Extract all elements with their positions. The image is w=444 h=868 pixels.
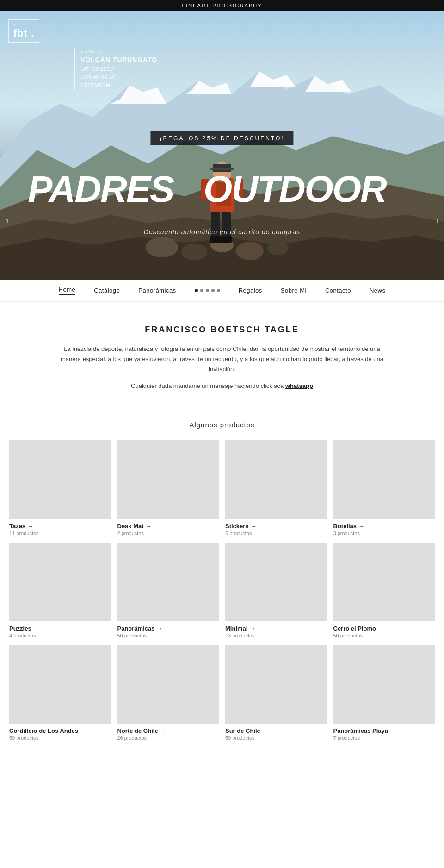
product-card-deskmat[interactable]: Desk Mat →2 productos (117, 440, 219, 536)
product-card-cerro[interactable]: Cerro el Plomo →50 productos (333, 543, 435, 638)
hero-subtitle: Descuento automático en el carrito de co… (0, 228, 444, 236)
location-elevation: 6.570 MSNM (80, 81, 157, 90)
svg-point-10 (146, 237, 178, 257)
products-grid: Tazas →11 productosDesk Mat →2 productos… (9, 440, 435, 741)
nav-dot-4 (211, 289, 215, 292)
hero-section: s fbt . CUMBRE VOLCÁN TUPUNGATO LAT -33°… (0, 11, 444, 280)
product-card-stickers[interactable]: Stickers →6 productos (225, 440, 327, 536)
slide-counter-right: 1 (436, 219, 438, 224)
product-image-sur (225, 645, 327, 724)
location-name: VOLCÁN TUPUNGATO (80, 55, 157, 65)
product-count-sur: 50 productos (225, 735, 327, 741)
nav-dot-2 (200, 289, 204, 292)
location-info: CUMBRE VOLCÁN TUPUNGATO LAT -33°21'31" L… (74, 48, 157, 90)
product-count-minimal: 13 productos (225, 633, 327, 638)
svg-point-14 (267, 241, 288, 255)
svg-rect-21 (210, 236, 221, 243)
product-card-botellas[interactable]: Botellas →3 productos (333, 440, 435, 536)
product-count-tazas: 11 productos (9, 531, 111, 536)
nav-dot-3 (206, 289, 209, 292)
nav-item-panoramicas[interactable]: Panorámicas (138, 287, 176, 294)
product-card-sur[interactable]: Sur de Chile →50 productos (225, 645, 327, 741)
logo-top: s (13, 23, 34, 27)
nav-dot-1 (195, 289, 198, 292)
product-image-cordillera (9, 645, 111, 724)
products-section: Algunos productos Tazas →11 productosDes… (0, 412, 444, 759)
top-bar-label: FINEART PHOTOGRAPHY (182, 3, 262, 8)
product-image-deskmat (117, 440, 219, 519)
nav-item-contacto[interactable]: Contacto (325, 287, 351, 294)
svg-rect-22 (221, 236, 232, 243)
nav-dots (195, 289, 220, 292)
about-title: FRANCISCO BOETSCH TAGLE (56, 325, 388, 335)
location-lon: LON -69°46'14" (80, 73, 157, 81)
logo-main: fbt . (13, 27, 34, 39)
product-image-stickers (225, 440, 327, 519)
whatsapp-line: Cualquier duda mándame un mensaje hacien… (56, 381, 388, 391)
product-card-norte[interactable]: Norte de Chile →26 productos (117, 645, 219, 741)
product-image-playas (333, 645, 435, 724)
location-lat: LAT -33°21'31" (80, 65, 157, 74)
product-title-cerro: Cerro el Plomo → (333, 625, 435, 632)
product-card-minimal[interactable]: Minimal →13 productos (225, 543, 327, 638)
product-image-panoramicas (117, 543, 219, 621)
product-title-norte: Norte de Chile → (117, 727, 219, 734)
hero-word2: OUTDOOR (204, 171, 386, 208)
product-count-puzzles: 4 productos (9, 633, 111, 638)
product-title-playas: Panorámicas Playa → (333, 727, 435, 734)
product-title-panoramicas: Panorámicas → (117, 625, 219, 632)
products-title: Algunos productos (9, 421, 435, 429)
svg-point-11 (181, 244, 207, 260)
hero-word1: PADRES (28, 171, 173, 208)
product-title-cordillera: Cordillera de Los Andes → (9, 727, 111, 734)
hero-illustration (0, 11, 444, 280)
product-count-cordillera: 50 productos (9, 735, 111, 741)
product-card-playas[interactable]: Panorámicas Playa →7 productos (333, 645, 435, 741)
whatsapp-link[interactable]: whatsapp (285, 382, 313, 389)
product-title-minimal: Minimal → (225, 625, 327, 632)
product-image-minimal (225, 543, 327, 621)
nav-item-regalos[interactable]: Regalos (239, 287, 262, 294)
product-count-cerro: 50 productos (333, 633, 435, 638)
product-title-botellas: Botellas → (333, 523, 435, 530)
product-image-cerro (333, 543, 435, 621)
product-count-botellas: 3 productos (333, 531, 435, 536)
about-paragraph: La mezcla de deporte, naturaleza y fotog… (56, 344, 388, 375)
product-image-botellas (333, 440, 435, 519)
product-card-puzzles[interactable]: Puzzles →4 productos (9, 543, 111, 638)
product-image-puzzles (9, 543, 111, 621)
product-count-stickers: 6 productos (225, 531, 327, 536)
nav-dot-5 (217, 289, 220, 292)
hero-text: PADRES OUTDOOR (0, 171, 444, 208)
product-card-cordillera[interactable]: Cordillera de Los Andes →50 productos (9, 645, 111, 741)
product-count-panoramicas: 50 productos (117, 633, 219, 638)
product-image-norte (117, 645, 219, 724)
product-title-tazas: Tazas → (9, 523, 111, 530)
product-title-sur: Sur de Chile → (225, 727, 327, 734)
main-nav: Home Catálogo Panorámicas Regalos Sobre … (0, 280, 444, 302)
nav-item-catalogo[interactable]: Catálogo (94, 287, 120, 294)
whatsapp-text: Cualquier duda mándame un mensaje hacien… (131, 382, 284, 389)
slide-counter-left: 3 (6, 219, 8, 224)
product-count-deskmat: 2 productos (117, 531, 219, 536)
discount-badge[interactable]: ¡REGALOS 25% DE DESCUENTO! (150, 131, 293, 145)
product-card-panoramicas[interactable]: Panorámicas →50 productos (117, 543, 219, 638)
product-card-tazas[interactable]: Tazas →11 productos (9, 440, 111, 536)
about-section: FRANCISCO BOETSCH TAGLE La mezcla de dep… (0, 302, 444, 412)
product-title-deskmat: Desk Mat → (117, 523, 219, 530)
product-title-puzzles: Puzzles → (9, 625, 111, 632)
product-image-tazas (9, 440, 111, 519)
logo[interactable]: s fbt . (8, 19, 39, 43)
location-label: CUMBRE (80, 48, 157, 55)
product-count-norte: 26 productos (117, 735, 219, 741)
nav-item-home[interactable]: Home (59, 286, 76, 295)
top-bar: FINEART PHOTOGRAPHY (0, 0, 444, 11)
svg-point-13 (236, 242, 264, 260)
nav-item-news[interactable]: News (370, 287, 386, 294)
nav-item-sobre-mi[interactable]: Sobre Mi (281, 287, 307, 294)
product-title-stickers: Stickers → (225, 523, 327, 530)
product-count-playas: 7 productos (333, 735, 435, 741)
